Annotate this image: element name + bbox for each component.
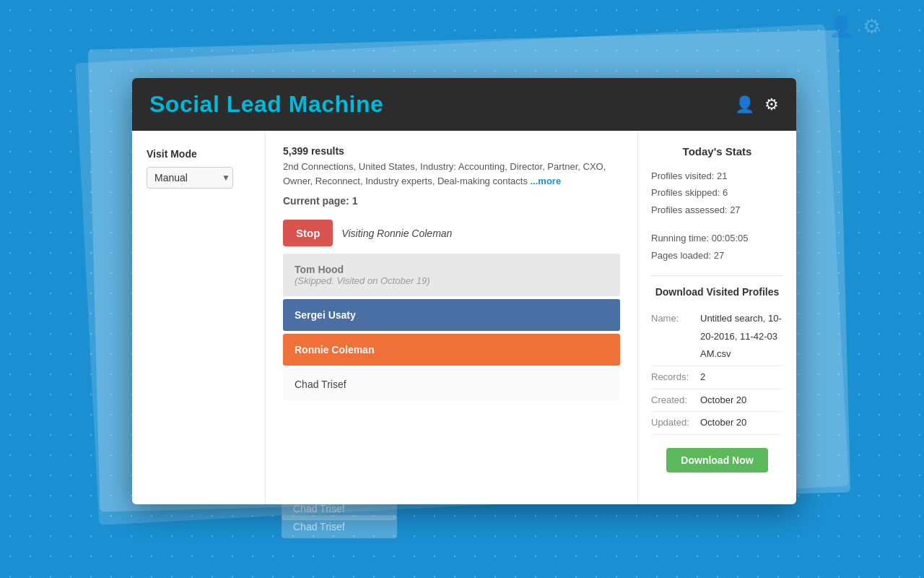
pages-loaded-value: 27 xyxy=(714,250,724,261)
download-title: Download Visited Profiles xyxy=(651,286,783,298)
download-created-value: October 20 xyxy=(700,392,783,410)
download-updated-label: Updated: xyxy=(651,414,700,432)
visit-mode-label: Visit Mode xyxy=(147,148,250,160)
profile-item-skipped[interactable]: Tom Hood (Skipped. Visited on October 19… xyxy=(283,254,620,296)
results-info: 5,399 results 2nd Connections, United St… xyxy=(283,145,620,207)
profile-item-plain[interactable]: Chad Trisef xyxy=(283,368,620,400)
bg-user-icon: 👤 xyxy=(829,14,854,38)
bg-icons-area: 👤 ⚙ xyxy=(829,14,881,38)
profile-item-current[interactable]: Ronnie Coleman xyxy=(283,334,620,366)
profile-name-sergei: Sergei Usaty xyxy=(295,309,356,321)
download-updated-row: Updated: October 20 xyxy=(651,412,783,435)
mode-select-wrapper: Manual Auto ▼ xyxy=(147,167,250,189)
stats-title: Today's Stats xyxy=(651,145,783,158)
profile-note-tom: (Skipped. Visited on October 19) xyxy=(295,275,609,286)
profiles-skipped-stat: Profiles skipped: 6 xyxy=(651,184,783,201)
user-icon[interactable]: 👤 xyxy=(735,95,754,114)
running-time-value: 00:05:05 xyxy=(712,233,749,243)
download-name-row: Name: Untitled search, 10-20-2016, 11-42… xyxy=(651,308,783,366)
stats-panel: Today's Stats Profiles visited: 21 Profi… xyxy=(637,131,796,504)
results-count: 5,399 results xyxy=(283,145,620,157)
results-description: 2nd Connections, United States, Industry… xyxy=(283,160,620,188)
mode-select[interactable]: Manual Auto xyxy=(147,167,233,189)
download-name-value: Untitled search, 10-20-2016, 11-42-03 AM… xyxy=(700,310,783,363)
bg-gear-icon: ⚙ xyxy=(863,14,881,38)
profiles-assessed-stat: Profiles assessed: 27 xyxy=(651,202,783,218)
divider xyxy=(651,275,783,276)
current-page-value: 1 xyxy=(352,195,358,207)
profile-name-chad: Chad Trisef xyxy=(295,379,346,390)
app-title: Social Lead Machine xyxy=(149,91,383,118)
profiles-skipped-value: 6 xyxy=(723,187,728,198)
profile-list: Tom Hood (Skipped. Visited on October 19… xyxy=(283,254,620,403)
profiles-visited-stat: Profiles visited: 21 xyxy=(651,168,783,184)
sidebar: Visit Mode Manual Auto ▼ xyxy=(132,131,266,504)
download-table: Name: Untitled search, 10-20-2016, 11-42… xyxy=(651,308,783,435)
download-name-label: Name: xyxy=(651,310,700,363)
stop-button[interactable]: Stop xyxy=(283,220,333,246)
profile-item-active[interactable]: Sergei Usaty xyxy=(283,299,620,331)
timing-group: Running time: 00:05:05 Pages loaded: 27 xyxy=(651,230,783,264)
profile-name-tom: Tom Hood xyxy=(295,264,609,275)
download-created-label: Created: xyxy=(651,392,700,410)
gear-icon[interactable]: ⚙ xyxy=(764,95,779,114)
more-link[interactable]: ...more xyxy=(531,176,562,186)
main-window: Social Lead Machine 👤 ⚙ Visit Mode Manua… xyxy=(132,78,796,504)
profiles-visited-value: 21 xyxy=(717,171,727,181)
main-panel: 5,399 results 2nd Connections, United St… xyxy=(266,131,637,504)
pages-loaded-stat: Pages loaded: 27 xyxy=(651,247,783,264)
download-created-row: Created: October 20 xyxy=(651,389,783,413)
app-header: Social Lead Machine 👤 ⚙ xyxy=(132,78,796,131)
download-records-label: Records: xyxy=(651,368,700,387)
profile-name-ronnie: Ronnie Coleman xyxy=(295,344,374,355)
download-now-button[interactable]: Download Now xyxy=(666,448,767,473)
header-icons-group: 👤 ⚙ xyxy=(735,95,779,114)
content-area: Visit Mode Manual Auto ▼ 5,399 results 2… xyxy=(132,131,796,504)
profiles-assessed-value: 27 xyxy=(730,204,740,215)
running-time-stat: Running time: 00:05:05 xyxy=(651,230,783,246)
ghost-card-2: Chad Trisef xyxy=(282,515,397,538)
action-row: Stop Visiting Ronnie Coleman xyxy=(283,220,620,246)
visiting-status: Visiting Ronnie Coleman xyxy=(341,228,452,239)
download-updated-value: October 20 xyxy=(700,414,783,432)
download-records-value: 2 xyxy=(700,368,783,387)
stats-group: Profiles visited: 21 Profiles skipped: 6… xyxy=(651,168,783,218)
current-page-info: Current page: 1 xyxy=(283,195,620,207)
download-records-row: Records: 2 xyxy=(651,366,783,389)
